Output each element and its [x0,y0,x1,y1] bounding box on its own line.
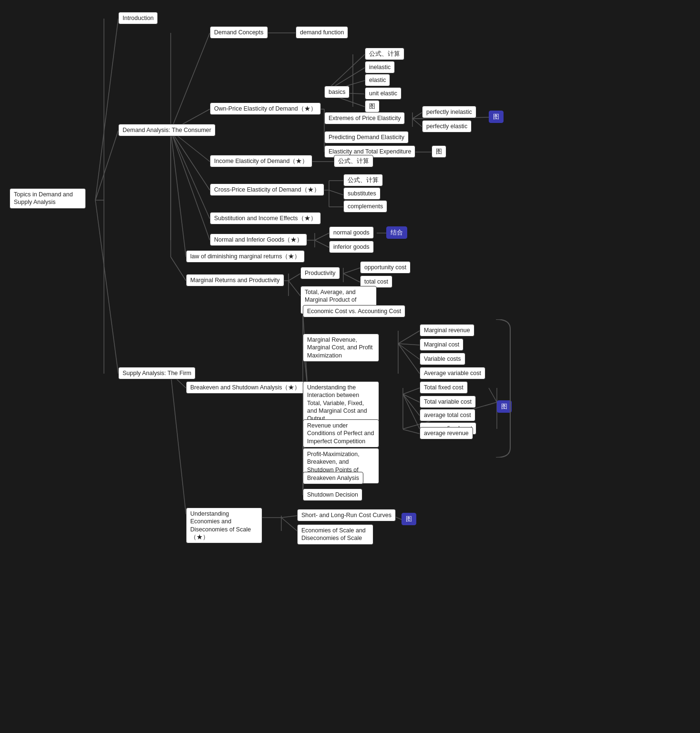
understanding-econ-node: Understanding Economies and Diseconomies… [186,508,262,543]
breakeven-analysis-node: Breakeven Analysis [303,472,363,484]
svg-line-34 [315,233,329,240]
inelastic-node: inelastic [365,61,395,73]
svg-line-68 [403,394,420,429]
substitution-income-node: Substitution and Income Effects（★） [210,212,321,224]
jieha-node: 结合 [386,226,407,239]
income-elasticity-node: Income Elasticity of Demand（★） [210,155,312,167]
svg-line-66 [403,394,420,402]
revenue-conditions-node: Revenue under Conditions of Perfect and … [303,419,379,448]
gongshi-income-node: 公式、计算 [334,155,373,167]
gongshi-cross-node: 公式、计算 [343,174,383,186]
svg-line-71 [403,429,420,434]
avg-variable-cost-node: Average variable cost [420,367,485,379]
gongshi-basics-node: 公式、计算 [365,48,404,60]
normal-inferior-node: Normal and Inferior Goods（★） [210,234,307,246]
complements-node: complements [343,200,387,213]
tu-extremes-node: 图 [489,111,504,123]
demand-function-node: demand function [296,26,348,39]
root-node: Topics in Demand and Supply Analysis [10,188,86,209]
bracket-svg [491,319,515,458]
demand-analysis-node: Demand Analysis: The Consumer [118,124,216,136]
marginal-cost-node: Marginal cost [420,338,463,351]
svg-line-49 [343,274,360,282]
perfectly-elastic-node: perfectly elastic [422,120,472,132]
substitutes-node: substitutes [343,187,381,200]
svg-line-32 [171,131,210,219]
inferior-goods-node: inferior goods [329,241,374,253]
shutdown-decision-node: Shutdown Decision [303,489,362,501]
svg-line-63 [398,344,420,374]
svg-line-35 [315,240,329,247]
svg-line-74 [281,516,297,518]
mind-map-canvas: Topics in Demand and Supply Analysis Int… [0,0,700,733]
normal-goods-node: normal goods [329,226,374,239]
supply-analysis-node: Supply Analysis: The Firm [118,367,196,379]
econ-cost-vs-node: Economic Cost vs. Accounting Cost [303,305,405,317]
connection-lines [0,0,700,733]
svg-line-0 [95,19,118,200]
svg-line-39 [171,131,186,257]
marginal-returns-node: Marginal Returns and Productivity [186,274,284,286]
svg-line-28 [329,190,343,195]
svg-line-42 [171,374,186,514]
extremes-price-node: Extremes of Price Elasticity [324,112,405,124]
svg-line-60 [398,331,420,344]
svg-line-7 [171,33,210,131]
avg-revenue-node: average revenue [420,427,473,439]
breakeven-shutdown-node: Breakeven and Shutdown Analysis（★） [186,381,305,394]
svg-line-62 [398,344,420,359]
total-variable-cost-node: Total variable cost [420,396,476,408]
marginal-revenue-node: Marginal revenue [420,324,474,336]
total-fixed-cost-node: Total fixed cost [420,381,468,394]
economies-scale-node: Economies of Scale and Diseconomies of S… [297,524,373,545]
svg-line-33 [171,131,210,240]
cross-price-node: Cross-Price Elasticity of Demand（★） [210,183,324,196]
svg-line-18 [412,112,422,119]
own-price-node: Own-Price Elasticity of Demand（★） [210,102,321,115]
perfectly-inelastic-node: perfectly inelastic [422,106,476,118]
law-diminishing-node: law of diminishing marginal returns（★） [186,250,305,263]
tu-elasticity-node: 图 [432,145,446,158]
unit-elastic-node: unit elastic [365,87,401,100]
demand-concepts-node: Demand Concepts [210,26,268,39]
svg-line-48 [343,268,360,274]
svg-line-1 [95,131,118,200]
svg-line-65 [403,388,420,394]
svg-line-43 [171,257,186,281]
productivity-node: Productivity [300,267,340,279]
predicting-demand-node: Predicting Demand Elasticity [324,131,409,143]
svg-line-67 [403,394,420,416]
understanding-interaction-node: Understanding the Interaction between To… [303,381,379,425]
tu-basics-node: 图 [365,100,380,112]
svg-line-44 [288,274,300,281]
svg-line-2 [95,200,118,374]
svg-line-19 [412,119,422,127]
elastic-node: elastic [365,74,390,86]
svg-line-61 [398,344,420,345]
tu-economies-node: 图 [401,513,416,525]
short-long-run-node: Short- and Long-Run Cost Curves [297,509,396,521]
opportunity-cost-node: opportunity cost [360,261,411,274]
basics-node: basics [324,86,350,98]
variable-costs-node: Variable costs [420,353,465,365]
svg-line-45 [288,281,300,296]
svg-line-75 [281,518,297,531]
avg-total-cost-node: average total cost [420,409,475,421]
introduction-node: Introduction [118,12,158,24]
marginal-rev-cost-node: Marginal Revenue, Marginal Cost, and Pro… [303,334,379,362]
